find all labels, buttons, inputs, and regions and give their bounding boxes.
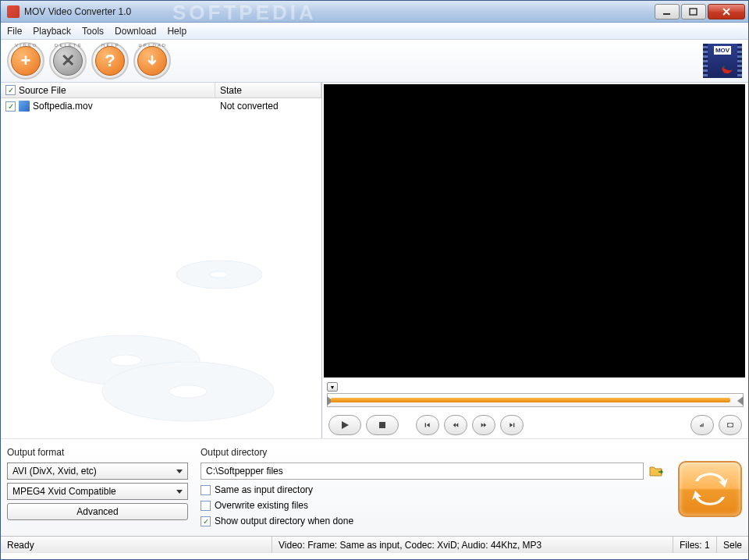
show-output-checkbox[interactable]: [201, 516, 211, 526]
overwrite-checkbox[interactable]: [201, 501, 211, 511]
toolbar: + V I D E O ✕ D E L E T E ? H E L P U P …: [1, 40, 748, 83]
svg-point-7: [169, 385, 207, 398]
upload-label: U P L O A D: [139, 43, 166, 48]
bottom-panel: Output format AVI (DivX, Xvid, etc) MPEG…: [1, 438, 748, 536]
svg-rect-13: [703, 424, 704, 427]
status-video-info: Video: Frame: Same as input, Codec: XviD…: [272, 537, 673, 553]
stop-button[interactable]: [366, 415, 399, 435]
advanced-button[interactable]: Advanced: [7, 503, 188, 520]
output-directory-group: Output directory C:\Softpepper files Sam…: [201, 447, 666, 531]
rewind-button[interactable]: [444, 415, 467, 435]
skip-back-button[interactable]: [416, 415, 439, 435]
menubar: File Playback Tools Download Help: [1, 23, 748, 40]
help-button[interactable]: ? H E L P: [91, 42, 129, 80]
maximize-button[interactable]: [681, 4, 706, 19]
output-directory-label: Output directory: [201, 447, 666, 458]
menu-download[interactable]: Download: [115, 26, 156, 37]
svg-rect-1: [690, 9, 697, 15]
minimize-button[interactable]: [655, 4, 680, 19]
menu-playback[interactable]: Playback: [33, 26, 71, 37]
select-all-checkbox[interactable]: [5, 85, 16, 95]
svg-rect-10: [513, 423, 514, 427]
preview-panel: ▼: [322, 83, 748, 438]
playback-controls: [322, 412, 748, 438]
file-name: Softpedia.mov: [33, 101, 93, 112]
play-button[interactable]: [328, 415, 361, 435]
overwrite-label: Overwrite existing files: [215, 500, 308, 511]
output-format-group: Output format AVI (DivX, Xvid, etc) MPEG…: [7, 447, 188, 531]
svg-rect-9: [425, 423, 426, 427]
svg-rect-0: [663, 13, 670, 15]
statusbar: Ready Video: Frame: Same as input, Codec…: [1, 536, 748, 553]
volume-button[interactable]: [690, 415, 714, 435]
table-header: Source File State: [1, 83, 321, 98]
close-button[interactable]: [708, 4, 745, 19]
svg-rect-8: [379, 422, 385, 428]
mov-logo-icon: MOV: [703, 44, 742, 78]
seek-bar[interactable]: [327, 393, 744, 407]
titlebar: SOFTPEDIA MOV Video Converter 1.0: [1, 1, 748, 23]
skip-forward-button[interactable]: [500, 415, 524, 435]
delete-label: D E L E T E: [55, 43, 81, 48]
status-selection: Sele: [717, 537, 748, 553]
file-list-panel: Source File State Softpedia.mov Not conv…: [1, 83, 322, 438]
status-ready: Ready: [1, 537, 272, 553]
seek-marker[interactable]: ▼: [327, 381, 744, 392]
status-file-count: Files: 1: [673, 537, 717, 553]
menu-help[interactable]: Help: [167, 26, 186, 37]
file-state: Not converted: [215, 99, 321, 113]
output-directory-input[interactable]: C:\Softpepper files: [201, 463, 644, 480]
help-label: H E L P: [101, 43, 119, 48]
table-row[interactable]: Softpedia.mov Not converted: [1, 98, 321, 114]
app-icon: [7, 5, 20, 18]
browse-folder-button[interactable]: [647, 463, 666, 480]
convert-button[interactable]: [678, 461, 742, 517]
upload-button[interactable]: U P L O A D: [133, 42, 171, 80]
file-icon: [19, 101, 30, 112]
menu-file[interactable]: File: [7, 26, 22, 37]
forward-button[interactable]: [472, 415, 495, 435]
svg-rect-11: [700, 425, 701, 427]
discs-background-icon: [24, 243, 305, 431]
add-video-label: V I D E O: [15, 43, 37, 48]
show-output-label: Show output directory when done: [215, 516, 353, 526]
window-title: MOV Video Converter 1.0: [24, 6, 653, 17]
svg-rect-12: [701, 424, 702, 427]
main-area: Source File State Softpedia.mov Not conv…: [1, 83, 748, 438]
same-as-input-label: Same as input directory: [215, 484, 313, 495]
menu-tools[interactable]: Tools: [82, 26, 104, 37]
video-preview[interactable]: [324, 84, 745, 377]
same-as-input-checkbox[interactable]: [201, 485, 211, 495]
svg-point-3: [210, 271, 229, 278]
output-format-label: Output format: [7, 447, 188, 458]
row-checkbox[interactable]: [5, 101, 16, 112]
delete-button[interactable]: ✕ D E L E T E: [49, 42, 87, 80]
codec-select[interactable]: MPEG4 Xvid Compatible: [7, 483, 188, 500]
column-state[interactable]: State: [215, 83, 321, 97]
column-source[interactable]: Source File: [1, 83, 215, 97]
aspect-button[interactable]: [719, 415, 742, 435]
svg-point-5: [110, 355, 141, 366]
add-video-button[interactable]: + V I D E O: [7, 42, 44, 80]
container-select[interactable]: AVI (DivX, Xvid, etc): [7, 463, 188, 480]
